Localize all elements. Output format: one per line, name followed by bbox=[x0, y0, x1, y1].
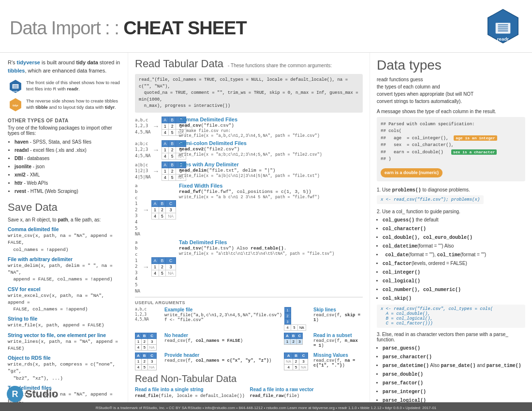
tabular-title: Read Tabular Data bbox=[135, 58, 223, 70]
tabular-subtitle: - These functions share the common argum… bbox=[228, 63, 332, 68]
file-desc-comma: Comma Delimited Files read_csv("file.csv… bbox=[179, 117, 363, 138]
other-types-list: haven - SPSS, Stata, and SAS files readx… bbox=[8, 138, 120, 195]
readr-badge: readr bbox=[484, 9, 522, 47]
arg-skip: 123 45NA Skip lines read_csv(f, skip = 1… bbox=[284, 307, 363, 331]
list-item: httr - Web APIs bbox=[15, 179, 120, 187]
data-types-desc: readr functions guess the types of each … bbox=[377, 76, 525, 105]
arg-visual-skip: 123 45NA bbox=[284, 307, 310, 331]
tabular-header: Read Tabular Data - These functions shar… bbox=[135, 58, 363, 70]
list-item: col_datetime(format = "") Also bbox=[383, 242, 525, 250]
csv-text-delim: a|b|c1|2|34|5|NA bbox=[135, 162, 151, 180]
side-badges: readr The front side of this sheet shows… bbox=[8, 79, 120, 113]
file-entry-fwf: a b c1 2 34 5 NA → ABC 123 45NA Fixed Wi… bbox=[135, 183, 363, 237]
page-title: Data Import : : CHEAT SHEET bbox=[10, 18, 247, 39]
file-write-comma: write_file(x = "a,b,c\n1,2,3\n4,5,NA", p… bbox=[179, 133, 363, 138]
file-preview-delim: a|b|c1|2|34|5|NA → ABC 123 45NA bbox=[135, 161, 176, 181]
file-note-comma: To make file.csv run: bbox=[179, 129, 363, 133]
file-desc-semicolon: Semi-colon Delimited Files read_csv2("fi… bbox=[179, 140, 363, 157]
non-tab-title-single-string: Read a file into a single string bbox=[135, 386, 248, 393]
file-preview-tsv: a b c1 2 34 5 NA → ABC 123 45NA bbox=[135, 239, 176, 294]
other-types-section: OTHER TYPES OF DATA Try one of the follo… bbox=[8, 118, 120, 195]
list-item: col_guess() the default bbox=[383, 216, 525, 224]
list-item: parse_datetime() Also parse_date() and p… bbox=[383, 361, 525, 370]
arg-desc-example: Example file write_file("a,b,c\n1,2,3\n4… bbox=[164, 307, 282, 323]
file-write-delim: write_file(x = "a|b|c\n1|2|3\n4|5|NA", p… bbox=[179, 174, 363, 178]
list-item: haven - SPSS, Stata, and SAS files bbox=[15, 138, 120, 146]
list-item: jsonlite - json bbox=[15, 162, 120, 171]
arg-code-missing: read_csv(f, na = c("1", ".")) bbox=[313, 358, 363, 368]
point2-text: 2. Use a col_ function to guide parsing. bbox=[377, 209, 525, 214]
save-data-intro: Save x, an R object, to path, a file pat… bbox=[8, 217, 120, 223]
list-item: rvest - HTML (Web Scraping) bbox=[15, 187, 120, 195]
svg-text:readr: readr bbox=[497, 36, 509, 42]
svg-text:tidyr: tidyr bbox=[13, 104, 19, 107]
file-main-code-tsv: read_tsv("file.tsv") Also read_table(). bbox=[179, 246, 363, 251]
arg-example: a,b,c1,2,34,5,NA Example file write_file… bbox=[135, 307, 282, 331]
file-write-fwf: write_file(x = "a b c\n1 2 3\n4 5 NA", p… bbox=[179, 195, 363, 200]
list-item: col_date(format = ""), col_time(format =… bbox=[383, 250, 525, 259]
file-desc-fwf: Fixed Width Files read_fwf("file.fwf", c… bbox=[179, 183, 363, 200]
main-content: R's tidyverse is built around tidy data … bbox=[0, 53, 532, 411]
file-entry-semicolon: a;b;c1,2;34;5,NA → ABC 123 45NA Semi-col… bbox=[135, 140, 363, 160]
file-main-code-delim: read_delim("file.txt", delim = "|") bbox=[179, 168, 363, 173]
intro-paragraph: R's tidyverse is built around tidy data … bbox=[8, 59, 120, 74]
readr-badge-block: readr The front side of this sheet shows… bbox=[8, 79, 120, 95]
skip-table: 123 45NA bbox=[284, 307, 306, 331]
non-tab-single-string: Read a file into a single string read_fi… bbox=[135, 386, 248, 399]
list-item: col_logical() bbox=[383, 277, 525, 285]
tidyr-badge-block: tidyr The reverse side shows how to crea… bbox=[8, 98, 120, 113]
arg-title-skip: Skip lines bbox=[313, 307, 363, 312]
save-excel-title: CSV for excel bbox=[8, 286, 120, 292]
file-type-title-delim: Files with Any Delimiter bbox=[179, 161, 363, 167]
subset-table: ABC 123 bbox=[284, 333, 303, 345]
file-type-title-semicolon: Semi-colon Delimited Files bbox=[179, 140, 363, 146]
list-item: parse_factor() bbox=[383, 379, 525, 387]
arg-no-header: ABC 123 45NA No header read_csv(f, col_n… bbox=[135, 333, 282, 351]
parsed-box: ## Parsed with column specification: ## … bbox=[377, 117, 525, 181]
point1-code: x <- read_csv("file.csv"); problems(x) bbox=[377, 195, 484, 204]
provide-header-table: ABC 123 45NA bbox=[135, 352, 157, 370]
data-types-message: A message shows the type of each column … bbox=[377, 109, 525, 114]
csv-text-fwf: a b c1 2 34 5 NA bbox=[135, 183, 141, 237]
arrow-icon: → bbox=[153, 122, 160, 130]
list-item: col_factor(levels, ordered = FALSE) bbox=[383, 259, 525, 268]
file-entry-comma: a,b,c1,2,34,5,NA → ABC 123 45NA Comma De… bbox=[135, 117, 363, 138]
parsed-line1: ## Parsed with column specification: ## … bbox=[381, 122, 497, 161]
arg-visual-example: a,b,c1,2,34,5,NA bbox=[135, 307, 162, 322]
arg-subset: ABC 123 Read in a subset read_csv(f, n_m… bbox=[284, 333, 363, 351]
list-item: xml2 - XML bbox=[15, 171, 120, 179]
page-footer: RStudio® is a trademark of RStudio, Inc.… bbox=[0, 402, 532, 411]
common-args-box: read_*(file, col_names = TRUE, col_types… bbox=[135, 74, 363, 113]
arg-desc-missing: Missing Values read_csv(f, na = c("1", "… bbox=[313, 352, 363, 368]
save-comma-title: Comma delimited file bbox=[8, 226, 120, 232]
arg-desc-skip: Skip lines read_csv(f, skip = 1) bbox=[313, 307, 363, 323]
arg-desc-no-header: No header read_csv(f, col_names = FALSE) bbox=[164, 333, 282, 343]
arrow-icon: → bbox=[153, 146, 160, 154]
save-string-title: String to file bbox=[8, 316, 120, 322]
arg-visual-no-header: ABC 123 45NA bbox=[135, 333, 162, 351]
save-rds-title: Object to RDS file bbox=[8, 355, 120, 361]
list-item: col_integer() bbox=[383, 268, 525, 277]
file-main-code-semicolon: read_csv2("file2.csv") bbox=[179, 147, 363, 152]
point3: 3. Else, read in as character vectors th… bbox=[377, 332, 525, 411]
save-stringvec-code: write_lines(x, path, na = "NA", append =… bbox=[8, 338, 120, 352]
rstudio-logo: R Studio bbox=[7, 386, 58, 402]
arg-desc-subset: Read in a subset read_csv(f, n_max = 1) bbox=[313, 333, 363, 348]
args-grid: a,b,c1,2,34,5,NA Example file write_file… bbox=[135, 307, 363, 370]
footer-text: RStudio® is a trademark of RStudio, Inc.… bbox=[96, 406, 437, 410]
save-data-title: Save Data bbox=[8, 201, 120, 214]
arg-visual-missing: ABC NA23 45NA bbox=[284, 352, 310, 370]
arg-visual-subset: ABC 123 bbox=[284, 333, 310, 345]
list-item: col_skip() bbox=[383, 294, 525, 303]
readr-badge-text: The front side of this sheet shows how t… bbox=[26, 79, 120, 92]
file-desc-tsv: Tab Delimited Files read_tsv("file.tsv")… bbox=[179, 239, 363, 256]
data-types-title: Data types bbox=[377, 58, 525, 73]
non-tab-raw-vector: Read a file into a raw vector read_file_… bbox=[250, 386, 363, 399]
right-column: Data types readr functions guess the typ… bbox=[370, 53, 532, 411]
earn-annotation-row: earn is a double (numeric) bbox=[381, 166, 521, 177]
header: Data Import : : CHEAT SHEET readr bbox=[0, 0, 532, 53]
title-bold: CHEAT SHEET bbox=[123, 18, 246, 38]
other-types-heading: OTHER TYPES OF DATA bbox=[8, 118, 120, 123]
csv-text-tsv: a b c1 2 34 5 NA bbox=[135, 239, 141, 294]
non-tab-code-single-string: read_file(file, locale = default_locale(… bbox=[135, 393, 248, 399]
